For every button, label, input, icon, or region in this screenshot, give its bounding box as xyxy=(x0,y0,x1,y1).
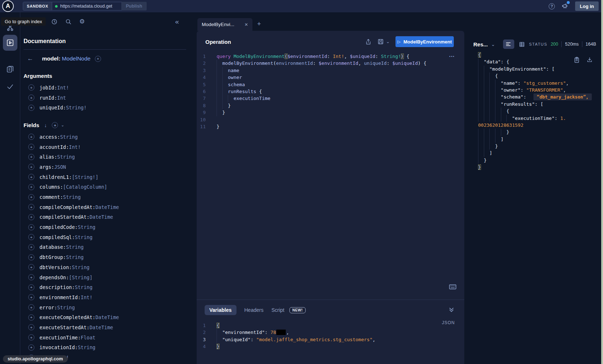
field-type[interactable]: DateTime xyxy=(95,314,119,320)
close-tab-icon[interactable]: ✕ xyxy=(244,22,248,27)
add-field-icon[interactable]: + xyxy=(28,164,34,170)
sort-fields-icon[interactable]: ↓ xyxy=(44,122,47,128)
code-line[interactable]: 2modelByEnvironment(environmentId: $envi… xyxy=(197,60,464,67)
code-line[interactable]: } xyxy=(478,157,601,164)
run-operation-button[interactable]: ▷ ModelByEnvironment xyxy=(395,36,454,47)
code-line[interactable]: { xyxy=(478,108,601,114)
add-field-icon[interactable]: + xyxy=(28,234,34,240)
keyboard-shortcuts-icon[interactable] xyxy=(449,284,456,289)
field-name[interactable]: executionTime xyxy=(39,335,81,340)
argument-type[interactable]: Int! xyxy=(57,85,69,91)
field-name[interactable]: compiledCode xyxy=(39,224,78,230)
add-field-icon[interactable]: + xyxy=(28,204,34,210)
add-field-icon[interactable]: + xyxy=(28,254,34,260)
search-icon[interactable] xyxy=(65,18,72,25)
rail-item-explorer[interactable] xyxy=(3,35,17,51)
add-field-icon[interactable]: + xyxy=(28,264,34,270)
code-line[interactable]: "modelByEnvironment": [ xyxy=(478,66,601,72)
code-line[interactable]: 4} xyxy=(197,343,464,350)
code-line[interactable]: 8} xyxy=(197,102,464,109)
field-type[interactable]: String xyxy=(72,264,89,270)
back-arrow-icon[interactable]: ← xyxy=(27,55,33,62)
field-name[interactable]: executeCompletedAt xyxy=(39,314,95,320)
announcements-megaphone-icon[interactable] xyxy=(561,3,569,10)
field-name[interactable]: comment xyxy=(39,194,63,200)
code-line[interactable]: "schema":“dbt_mary_jackson”, xyxy=(478,93,601,100)
response-text-view-toggle[interactable] xyxy=(503,39,514,49)
code-line[interactable]: } xyxy=(478,143,601,150)
add-field-icon[interactable]: + xyxy=(28,244,34,250)
code-line[interactable]: 5schema xyxy=(197,81,464,88)
code-line[interactable]: 10 xyxy=(197,116,464,123)
field-type[interactable]: String xyxy=(66,254,84,260)
field-type[interactable]: String xyxy=(75,284,93,290)
apollo-logo[interactable]: A xyxy=(2,0,14,12)
code-line[interactable]: { xyxy=(478,72,601,79)
nav-field-type[interactable]: ModelNode xyxy=(62,55,91,62)
field-type[interactable]: DateTime xyxy=(89,214,113,220)
rail-item-schema[interactable] xyxy=(3,62,17,76)
field-name[interactable]: compileCompletedAt xyxy=(39,204,95,210)
add-field-icon[interactable]: + xyxy=(28,324,34,330)
code-line[interactable]: 7executionTime xyxy=(197,95,464,102)
field-type[interactable]: Int! xyxy=(81,294,93,300)
endpoint-url[interactable]: https://metadata.cloud.get xyxy=(60,4,112,9)
add-field-icon[interactable]: + xyxy=(28,214,34,220)
add-field-icon[interactable]: + xyxy=(28,194,34,200)
field-name[interactable]: columns xyxy=(39,184,63,190)
field-name[interactable]: dependsOn xyxy=(39,275,69,280)
add-field-icon[interactable]: + xyxy=(28,174,34,180)
share-icon[interactable] xyxy=(365,38,372,45)
download-response-icon[interactable] xyxy=(586,57,593,63)
field-type[interactable]: JSON xyxy=(54,164,66,170)
fields-options-chevron-icon[interactable]: ⌄ xyxy=(61,123,64,127)
field-type[interactable]: [String!] xyxy=(72,174,98,180)
add-field-icon[interactable]: + xyxy=(28,284,34,290)
field-name[interactable]: executeStartedAt xyxy=(39,325,89,330)
code-line[interactable]: 1{ xyxy=(197,322,464,329)
field-type[interactable]: String xyxy=(66,244,84,250)
add-argument-icon[interactable]: + xyxy=(28,95,34,101)
argument-type[interactable]: String! xyxy=(66,105,87,110)
code-line[interactable]: 3"uniqueId": "model.jaffle_shop_metrics.… xyxy=(197,336,464,343)
variables-editor[interactable]: 1{2"environmentId": 78,3"uniqueId": "mod… xyxy=(197,322,464,350)
operation-editor[interactable]: 1query ModelByEnvironment($environmentId… xyxy=(197,53,464,130)
field-type[interactable]: Int! xyxy=(69,144,81,150)
field-type[interactable]: [String] xyxy=(69,275,92,280)
field-type[interactable]: Float xyxy=(81,335,96,340)
code-line[interactable]: 6runResults { xyxy=(197,88,464,95)
code-line[interactable]: } xyxy=(478,129,601,135)
add-fields-icon[interactable]: + xyxy=(52,122,58,128)
code-line[interactable]: 11} xyxy=(197,123,464,130)
code-line[interactable]: ] xyxy=(478,150,601,156)
history-icon[interactable] xyxy=(51,18,58,25)
argument-type[interactable]: Int xyxy=(57,95,66,101)
field-type[interactable]: String xyxy=(57,154,75,160)
field-name[interactable]: invocationId xyxy=(39,344,78,350)
tab-script[interactable]: Script xyxy=(271,307,284,313)
field-name[interactable]: database xyxy=(39,244,66,250)
code-line[interactable]: "executionTime": 1. xyxy=(478,115,601,122)
field-name[interactable]: access xyxy=(39,134,60,140)
add-field-icon[interactable]: + xyxy=(28,184,34,190)
code-line[interactable]: 1query ModelByEnvironment($environmentId… xyxy=(197,53,464,60)
argument-name[interactable]: uniqueId xyxy=(39,105,66,110)
code-line[interactable]: 3name xyxy=(197,67,464,74)
field-type[interactable]: DateTime xyxy=(95,204,119,210)
response-table-view-toggle[interactable] xyxy=(516,39,528,49)
field-type[interactable]: String xyxy=(75,234,93,240)
add-field-icon[interactable]: + xyxy=(28,134,34,140)
field-name[interactable]: error xyxy=(39,305,57,310)
field-name[interactable]: dbtGroup xyxy=(39,254,66,260)
save-options-chevron-icon[interactable]: ⌄ xyxy=(386,39,390,44)
save-icon[interactable] xyxy=(377,38,384,45)
field-type[interactable]: DateTime xyxy=(89,325,113,330)
copy-response-icon[interactable] xyxy=(574,57,580,63)
response-body[interactable]: {"data": {"modelByEnvironment": [{"name"… xyxy=(464,51,601,171)
field-type[interactable]: [CatalogColumn] xyxy=(63,184,107,190)
add-field-icon[interactable]: + xyxy=(28,334,34,340)
field-type[interactable]: String xyxy=(78,224,96,230)
field-name[interactable]: dbtVersion xyxy=(39,264,72,270)
code-line[interactable]: ] xyxy=(478,136,601,143)
field-name[interactable]: description xyxy=(39,284,75,290)
